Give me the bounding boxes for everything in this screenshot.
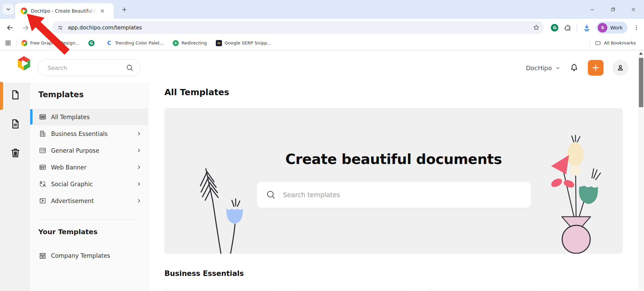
flower-illustration-left	[190, 164, 255, 254]
folder-icon	[595, 40, 601, 46]
restore-button[interactable]	[608, 5, 617, 14]
company-templates-icon	[38, 252, 47, 260]
search-icon[interactable]	[126, 64, 134, 72]
workspace-label: DocHipo	[526, 64, 552, 72]
toolbar-right-cluster: G S Work	[551, 21, 640, 34]
sidebar-item-label: All Templates	[51, 114, 141, 121]
browser-toolbar: app.dochipo.com/templates G S Work	[0, 19, 644, 36]
person-icon	[616, 63, 625, 72]
redirect-arrow-icon: ➤	[173, 40, 179, 46]
url-text[interactable]: app.dochipo.com/templates	[68, 25, 533, 31]
create-new-button[interactable]	[588, 60, 604, 76]
app-search-bar[interactable]	[38, 59, 140, 76]
window-controls	[588, 0, 641, 19]
sidebar-item-label: Business Essentials	[51, 130, 136, 137]
new-tab-button[interactable]	[119, 4, 129, 15]
apps-grid-icon[interactable]	[5, 40, 11, 46]
profile-avatar: S	[598, 23, 607, 33]
sidebar-item-advertisement[interactable]: Advertisement	[30, 192, 148, 209]
your-templates-heading: Your Templates	[38, 228, 98, 236]
bookmark-trending-color-palettes[interactable]: C Trending Color Palet...	[106, 40, 164, 46]
scrollbar-thumb[interactable]	[639, 58, 643, 107]
rail-trash-button[interactable]	[9, 147, 22, 159]
chevron-right-icon	[136, 198, 141, 203]
reload-button[interactable]	[36, 23, 45, 32]
serp-tool-icon: tv	[216, 40, 222, 46]
toolbar-separator	[577, 24, 577, 31]
bookmark-google-serp-snippet[interactable]: tv Google SERP Snipp...	[216, 40, 271, 46]
bookmark-redirecting[interactable]: ➤ Redirecting	[173, 40, 207, 46]
extensions-puzzle-icon[interactable]	[564, 24, 571, 31]
chevron-right-icon	[136, 131, 141, 136]
advertisement-icon	[38, 197, 47, 205]
sidebar-item-label: General Purpose	[51, 147, 136, 154]
sidebar-item-label: Social Graphic	[51, 181, 136, 188]
templates-sidebar: Templates All Templates Business Essenti…	[30, 83, 148, 291]
account-button[interactable]	[612, 60, 628, 76]
workspace-dropdown[interactable]: DocHipo	[526, 64, 560, 72]
forward-button[interactable]	[21, 23, 30, 32]
sidebar-item-web-banner[interactable]: Web Banner	[30, 159, 148, 176]
sidebar-divider	[38, 219, 137, 220]
chevron-down-icon	[5, 7, 11, 12]
rail-documents-button[interactable]	[9, 118, 22, 130]
download-icon[interactable]	[583, 24, 591, 32]
bookmarks-separator	[16, 40, 16, 47]
back-button[interactable]	[5, 23, 14, 32]
sidebar-item-company-templates[interactable]: Company Templates	[30, 248, 148, 264]
chevron-right-icon	[136, 181, 141, 187]
sidebar-nav: All Templates Business Essentials Gen	[30, 109, 148, 209]
scrollbar-up-arrow[interactable]	[639, 52, 643, 55]
chevron-down-icon	[555, 65, 560, 71]
bookmarks-separator	[590, 40, 590, 47]
all-templates-icon	[38, 113, 47, 121]
bookmark-label: Redirecting	[182, 40, 207, 46]
social-graphic-icon	[38, 180, 47, 188]
close-window-button[interactable]	[629, 5, 638, 14]
sidebar-item-all-templates[interactable]: All Templates	[30, 109, 148, 125]
site-settings-icon[interactable]	[57, 24, 64, 31]
grammarly-extension-icon[interactable]: G	[551, 24, 558, 31]
bookmarks-bar: Free Graphic Design... G C Trending Colo…	[0, 36, 644, 50]
minimize-button[interactable]	[588, 5, 597, 14]
sidebar-item-label: Company Templates	[51, 252, 141, 259]
page-scrollbar[interactable]	[638, 50, 644, 291]
sidebar-heading: Templates	[38, 90, 84, 99]
template-search-input[interactable]	[282, 191, 523, 199]
app-search-input[interactable]	[47, 64, 126, 72]
bookmark-star-icon[interactable]	[533, 24, 540, 31]
dochipo-favicon-icon	[21, 40, 27, 46]
tab-title: DocHipo - Create Beautiful Doc	[31, 8, 97, 14]
sidebar-item-general-purpose[interactable]: General Purpose	[30, 142, 148, 159]
grammarly-icon: G	[88, 40, 95, 46]
all-bookmarks-button[interactable]: All Bookmarks	[595, 40, 636, 46]
notifications-bell-icon[interactable]	[569, 63, 579, 73]
browser-profile-chip[interactable]: S Work	[596, 22, 628, 34]
building-icon	[38, 130, 47, 138]
chevron-right-icon	[136, 148, 141, 153]
chevron-right-icon	[136, 165, 141, 170]
search-icon	[266, 190, 276, 200]
bookmark-grammarly[interactable]: G	[88, 40, 97, 46]
tab-strip: DocHipo - Create Beautiful Doc	[0, 0, 644, 19]
sidebar-item-business-essentials[interactable]: Business Essentials	[30, 125, 148, 142]
app-header: DocHipo	[0, 50, 644, 83]
tab-close-icon[interactable]	[99, 7, 106, 15]
sidebar-item-social-graphic[interactable]: Social Graphic	[30, 176, 148, 192]
app-header-right: DocHipo	[526, 59, 628, 76]
tab-search-button[interactable]	[3, 4, 14, 15]
rail-templates-button[interactable]	[9, 89, 22, 101]
dochipo-logo-icon[interactable]	[16, 55, 32, 72]
browser-menu-dots-icon[interactable]	[633, 24, 640, 31]
browser-tab[interactable]: DocHipo - Create Beautiful Doc	[15, 3, 114, 19]
checklist-icon	[38, 147, 47, 155]
address-bar[interactable]: app.dochipo.com/templates	[52, 21, 544, 34]
rail-active-indicator	[0, 82, 3, 110]
template-search-bar[interactable]	[257, 182, 531, 208]
profile-name: Work	[610, 25, 623, 30]
hero-title: Create beautiful documents	[164, 151, 623, 167]
c-letter-icon: C	[106, 40, 112, 46]
page-title: All Templates	[164, 87, 229, 97]
sidebar-item-label: Advertisement	[51, 198, 136, 204]
bookmark-free-graphic-design[interactable]: Free Graphic Design...	[21, 40, 79, 46]
